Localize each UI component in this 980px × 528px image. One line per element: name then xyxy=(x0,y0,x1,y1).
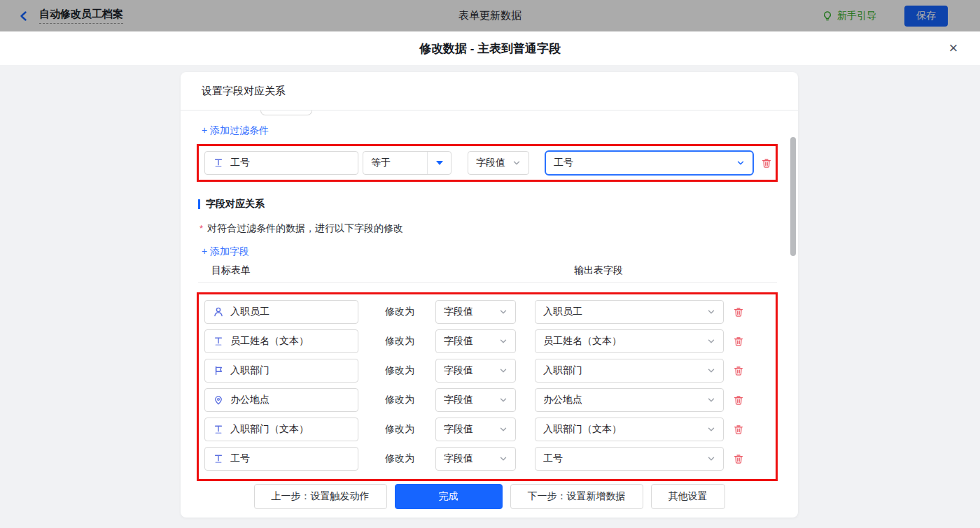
modal-header: 修改数据 - 主表到普通字段 × xyxy=(0,31,980,65)
target-field-select[interactable]: 入职部门 xyxy=(535,359,724,383)
source-field-label: 入职部门（文本） xyxy=(230,423,309,436)
settings-card: 设置字段对应关系 + 添加过滤条件 工号 等于 xyxy=(181,72,798,518)
modify-label: 修改为 xyxy=(385,452,416,465)
source-field-input[interactable]: 入职员工 xyxy=(204,300,358,324)
modify-label: 修改为 xyxy=(385,364,416,377)
mapping-description-text: 对符合过滤条件的数据，进行以下字段的修改 xyxy=(207,222,403,234)
chevron-down-icon xyxy=(498,394,509,406)
source-field-label: 入职部门 xyxy=(230,364,270,377)
value-type-select[interactable]: 字段值 xyxy=(435,388,516,412)
mapping-section-label: 字段对应关系 xyxy=(206,198,265,211)
target-field-select[interactable]: 员工姓名（文本） xyxy=(535,329,724,353)
value-type-select[interactable]: 字段值 xyxy=(435,359,516,383)
mapping-row: 员工姓名（文本） 修改为 字段值 员工姓名（文本） xyxy=(199,329,776,353)
target-field-select[interactable]: 工号 xyxy=(535,447,724,471)
target-field-label: 员工姓名（文本） xyxy=(543,335,622,348)
filter-value-type-label: 字段值 xyxy=(476,157,505,169)
mapping-row: 入职员工 修改为 字段值 入职员工 xyxy=(199,300,776,324)
target-field-label: 入职部门（文本） xyxy=(543,423,622,436)
text-field-icon xyxy=(213,157,224,169)
clipped-scrolled-control xyxy=(260,110,312,115)
guide-lightbulb-icon xyxy=(822,10,833,22)
source-field-input[interactable]: 员工姓名（文本） xyxy=(204,329,358,353)
modify-label: 修改为 xyxy=(385,394,416,406)
operator-arrow[interactable] xyxy=(427,152,451,174)
mapping-section-title: 字段对应关系 xyxy=(198,198,265,211)
delete-row-button[interactable] xyxy=(732,364,745,377)
delete-row-button[interactable] xyxy=(732,452,745,465)
target-field-label: 入职部门 xyxy=(543,364,582,377)
filter-value-field-label: 工号 xyxy=(554,157,573,169)
done-button[interactable]: 完成 xyxy=(395,484,503,509)
value-type-select[interactable]: 字段值 xyxy=(435,300,516,324)
target-field-select[interactable]: 入职部门（文本） xyxy=(535,418,724,441)
close-icon[interactable]: × xyxy=(944,38,963,58)
target-field-select[interactable]: 办公地点 xyxy=(535,388,724,412)
value-type-select[interactable]: 字段值 xyxy=(435,447,516,471)
triangle-down-icon xyxy=(436,161,443,165)
value-type-label: 字段值 xyxy=(444,364,473,377)
chevron-down-icon xyxy=(735,157,746,169)
source-field-input[interactable]: 工号 xyxy=(204,447,358,471)
trash-icon xyxy=(733,306,744,317)
modal-body: 设置字段对应关系 + 添加过滤条件 工号 等于 xyxy=(0,65,980,528)
next-step-button[interactable]: 下一步：设置新增数据 xyxy=(510,484,643,509)
text-field-icon xyxy=(213,453,224,464)
mapping-row: 入职部门（文本） 修改为 字段值 入职部门（文本） xyxy=(199,418,776,441)
trash-icon xyxy=(733,336,744,347)
source-field-input[interactable]: 办公地点 xyxy=(204,388,358,412)
chevron-down-icon xyxy=(706,394,717,406)
value-type-select[interactable]: 字段值 xyxy=(435,418,516,441)
operator-dropdown[interactable]: 等于 xyxy=(363,151,451,175)
member-icon xyxy=(213,306,224,317)
add-field-link[interactable]: + 添加字段 xyxy=(202,245,249,258)
add-filter-link[interactable]: + 添加过滤条件 xyxy=(202,124,269,137)
column-header-target: 输出表字段 xyxy=(574,264,623,277)
modify-label: 修改为 xyxy=(385,306,416,318)
chevron-down-icon xyxy=(706,336,717,347)
card-content: + 添加过滤条件 工号 等于 字段值 xyxy=(181,110,798,484)
modify-label: 修改为 xyxy=(385,423,416,436)
chevron-down-icon xyxy=(498,336,509,347)
chevron-down-icon xyxy=(498,424,509,435)
section-accent-bar xyxy=(198,199,200,209)
source-field-input[interactable]: 入职部门 xyxy=(204,359,358,383)
delete-row-button[interactable] xyxy=(732,306,745,318)
text-field-icon xyxy=(213,424,224,435)
source-field-label: 办公地点 xyxy=(230,394,270,406)
filter-value-field-select[interactable]: 工号 xyxy=(545,150,754,176)
delete-row-button[interactable] xyxy=(732,423,745,436)
delete-row-button[interactable] xyxy=(732,335,745,348)
target-field-label: 工号 xyxy=(543,452,563,465)
value-type-label: 字段值 xyxy=(444,335,473,348)
trash-icon xyxy=(761,157,772,169)
delete-filter-button[interactable] xyxy=(760,157,773,169)
trash-icon xyxy=(733,394,744,406)
source-field-label: 员工姓名（文本） xyxy=(230,335,309,348)
column-header-source: 目标表单 xyxy=(211,264,251,277)
source-field-label: 工号 xyxy=(230,452,250,465)
filter-value-type-select[interactable]: 字段值 xyxy=(468,151,529,175)
top-bar: 自动修改员工档案 表单更新数据 新手引导 保存 xyxy=(0,0,980,31)
chevron-down-icon xyxy=(498,306,509,317)
target-field-select[interactable]: 入职员工 xyxy=(535,300,724,324)
chevron-down-icon xyxy=(706,306,717,317)
chevron-down-icon xyxy=(498,365,509,376)
scrollbar-thumb[interactable] xyxy=(790,137,796,256)
delete-row-button[interactable] xyxy=(732,394,745,406)
required-mark: * xyxy=(200,223,203,234)
mapping-description: *对符合过滤条件的数据，进行以下字段的修改 xyxy=(200,222,403,235)
value-type-label: 字段值 xyxy=(444,306,473,318)
app-root: 自动修改员工档案 表单更新数据 新手引导 保存 修改数据 - 主表到普通字段 ×… xyxy=(0,0,980,528)
value-type-select[interactable]: 字段值 xyxy=(435,329,516,353)
value-type-label: 字段值 xyxy=(444,423,473,436)
operator-value: 等于 xyxy=(363,152,427,174)
source-field-input[interactable]: 入职部门（文本） xyxy=(204,418,358,441)
guide-link[interactable]: 新手引导 xyxy=(822,10,876,22)
prev-step-button[interactable]: 上一步：设置触发动作 xyxy=(254,484,387,509)
modify-label: 修改为 xyxy=(385,335,416,348)
target-field-label: 办公地点 xyxy=(543,394,582,406)
filter-field-input[interactable]: 工号 xyxy=(204,151,358,175)
save-button[interactable]: 保存 xyxy=(904,6,948,27)
other-settings-button[interactable]: 其他设置 xyxy=(651,484,725,509)
